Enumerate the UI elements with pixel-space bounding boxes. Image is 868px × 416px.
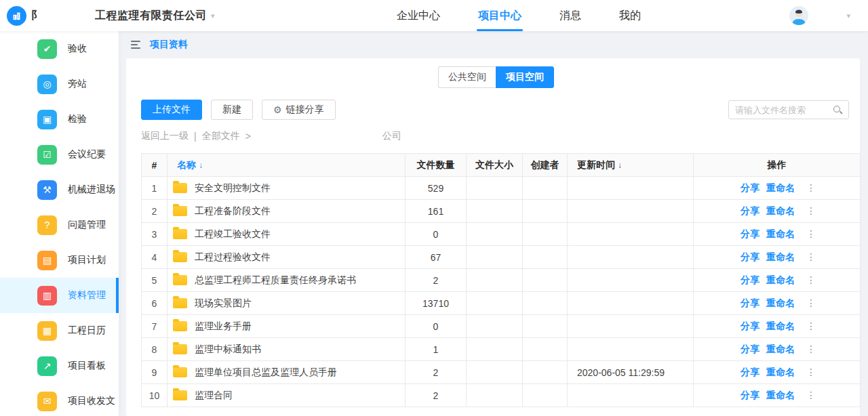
rename-link[interactable]: 重命名 xyxy=(766,297,795,308)
rename-link[interactable]: 重命名 xyxy=(766,205,795,216)
rename-link[interactable]: 重命名 xyxy=(766,320,795,331)
share-link[interactable]: 分享 xyxy=(741,344,760,354)
folder-entry[interactable]: 工程过程验收文件 xyxy=(173,251,399,264)
rename-link[interactable]: 重命名 xyxy=(766,182,795,193)
folder-entry[interactable]: 工程准备阶段文件 xyxy=(173,205,399,217)
folder-entry[interactable]: 现场实景图片 xyxy=(173,297,399,310)
share-link[interactable]: 分享 xyxy=(741,390,760,400)
column-header-创建者[interactable]: 创建者 xyxy=(523,154,568,177)
rename-link[interactable]: 重命名 xyxy=(766,274,795,285)
share-link[interactable]: 分享 xyxy=(741,297,760,308)
folder-entry[interactable]: 工程竣工验收文件 xyxy=(173,228,399,241)
share-link[interactable]: 分享 xyxy=(741,320,760,331)
folder-entry[interactable]: 监理业务手册 xyxy=(173,320,399,333)
sidebar-item-项目计划[interactable]: ▤项目计划 xyxy=(0,243,119,278)
sort-arrow-icon[interactable]: ↓ xyxy=(199,161,203,170)
more-actions-icon[interactable]: ⋮ xyxy=(806,344,816,354)
share-link[interactable]: 分享 xyxy=(741,251,760,262)
file-name-cell[interactable]: 监理合同 xyxy=(167,384,406,407)
sidebar-item-会议纪要[interactable]: ☑会议纪要 xyxy=(0,137,119,172)
folder-entry[interactable]: 总监理工程师工程质量责任终身承诺书 xyxy=(173,274,399,287)
file-name-cell[interactable]: 总监理工程师工程质量责任终身承诺书 xyxy=(167,269,406,292)
more-actions-icon[interactable]: ⋮ xyxy=(806,274,816,285)
file-name-cell[interactable]: 现场实景图片 xyxy=(167,292,406,315)
folder-name[interactable]: 监理合同 xyxy=(195,390,233,402)
nav-item-我的[interactable]: 我的 xyxy=(619,0,641,31)
share-link[interactable]: 分享 xyxy=(741,274,760,285)
file-name-cell[interactable]: 监理单位项目总监及监理人员手册 xyxy=(167,361,406,384)
brand[interactable]: 阝 工程监理有限责任公司 ▾ xyxy=(0,0,215,31)
sidebar-item-检验[interactable]: ▣检验 xyxy=(0,102,119,137)
share-link[interactable]: 分享 xyxy=(741,228,760,239)
folder-name[interactable]: 安全文明控制文件 xyxy=(195,182,271,194)
column-header-文件大小[interactable]: 文件大小 xyxy=(467,154,523,177)
more-actions-icon[interactable]: ⋮ xyxy=(806,320,816,331)
file-name-cell[interactable]: 工程准备阶段文件 xyxy=(167,200,406,223)
column-header-名称[interactable]: 名称↓ xyxy=(167,154,406,177)
all-files-link[interactable]: 全部文件 xyxy=(202,130,240,142)
nav-item-项目中心[interactable]: 项目中心 xyxy=(478,0,521,31)
file-name-cell[interactable]: 监理中标通知书 xyxy=(167,338,406,361)
more-actions-icon[interactable]: ⋮ xyxy=(806,367,816,377)
sidebar-item-验收[interactable]: ✔验收 xyxy=(0,31,119,66)
sidebar-item-资料管理[interactable]: ▥资料管理 xyxy=(0,278,119,313)
user-avatar[interactable] xyxy=(789,6,808,25)
search-input[interactable] xyxy=(735,105,833,115)
sidebar-item-项目收发文[interactable]: ✉项目收发文 xyxy=(0,383,119,416)
upload-file-button[interactable]: 上传文件 xyxy=(141,100,202,120)
column-header-#[interactable]: # xyxy=(142,154,167,177)
link-share-button[interactable]: ⚙ 链接分享 xyxy=(262,100,336,120)
tab-项目空间[interactable]: 项目空间 xyxy=(496,66,554,88)
rename-link[interactable]: 重命名 xyxy=(766,367,795,377)
sidebar-item-问题管理[interactable]: ?问题管理 xyxy=(0,207,119,243)
folder-name[interactable]: 工程过程验收文件 xyxy=(195,251,271,264)
sidebar-item-旁站[interactable]: ◎旁站 xyxy=(0,66,119,102)
rename-link[interactable]: 重命名 xyxy=(766,390,795,400)
sidebar-item-项目看板[interactable]: ↗项目看板 xyxy=(0,348,119,383)
folder-name[interactable]: 监理单位项目总监及监理人员手册 xyxy=(195,367,337,379)
back-up-level-link[interactable]: 返回上一级 xyxy=(141,130,189,142)
more-actions-icon[interactable]: ⋮ xyxy=(806,251,816,262)
share-link[interactable]: 分享 xyxy=(741,182,760,193)
folder-name[interactable]: 现场实景图片 xyxy=(195,297,252,310)
folder-name[interactable]: 监理中标通知书 xyxy=(195,344,261,356)
folder-entry[interactable]: 监理合同 xyxy=(173,390,399,402)
nav-item-企业中心[interactable]: 企业中心 xyxy=(397,0,440,31)
rename-link[interactable]: 重命名 xyxy=(766,251,795,262)
folder-name[interactable]: 总监理工程师工程质量责任终身承诺书 xyxy=(195,274,356,287)
file-name-cell[interactable]: 工程过程验收文件 xyxy=(167,246,406,269)
folder-entry[interactable]: 安全文明控制文件 xyxy=(173,182,399,194)
more-actions-icon[interactable]: ⋮ xyxy=(806,228,816,239)
share-link[interactable]: 分享 xyxy=(741,367,760,377)
rename-link[interactable]: 重命名 xyxy=(766,228,795,239)
more-actions-icon[interactable]: ⋮ xyxy=(806,205,816,216)
more-actions-icon[interactable]: ⋮ xyxy=(806,297,816,308)
nav-item-消息[interactable]: 消息 xyxy=(559,0,581,31)
sidebar-item-机械进退场[interactable]: ⚒机械进退场 xyxy=(0,172,119,207)
more-actions-icon[interactable]: ⋮ xyxy=(806,182,816,193)
search-icon[interactable] xyxy=(833,105,842,115)
folder-name[interactable]: 监理业务手册 xyxy=(195,320,252,333)
more-actions-icon[interactable]: ⋮ xyxy=(806,390,816,400)
rename-link[interactable]: 重命名 xyxy=(766,344,795,354)
file-name-cell[interactable]: 监理业务手册 xyxy=(167,315,406,338)
current-folder-name: 公司 xyxy=(382,130,401,142)
file-name-cell[interactable]: 工程竣工验收文件 xyxy=(167,223,406,246)
collapse-sidebar-icon[interactable] xyxy=(131,41,140,49)
sidebar-item-工程日历[interactable]: ▦工程日历 xyxy=(0,313,119,348)
folder-entry[interactable]: 监理中标通知书 xyxy=(173,344,399,356)
folder-entry[interactable]: 监理单位项目总监及监理人员手册 xyxy=(173,367,399,379)
user-menu-caret-icon[interactable]: ▾ xyxy=(846,12,850,20)
user-area[interactable]: ▾ xyxy=(789,0,850,31)
sort-arrow-icon[interactable]: ↓ xyxy=(618,161,622,170)
folder-name[interactable]: 工程竣工验收文件 xyxy=(195,228,271,241)
column-header-操作[interactable]: 操作 xyxy=(694,154,861,177)
company-switch-caret-icon[interactable]: ▾ xyxy=(211,12,215,20)
column-header-文件数量[interactable]: 文件数量 xyxy=(406,154,467,177)
column-header-更新时间[interactable]: 更新时间↓ xyxy=(568,154,694,177)
file-name-cell[interactable]: 安全文明控制文件 xyxy=(167,177,406,200)
new-folder-button[interactable]: 新建 xyxy=(211,100,253,120)
share-link[interactable]: 分享 xyxy=(741,205,760,216)
folder-name[interactable]: 工程准备阶段文件 xyxy=(195,205,271,217)
tab-公共空间[interactable]: 公共空间 xyxy=(438,66,496,88)
